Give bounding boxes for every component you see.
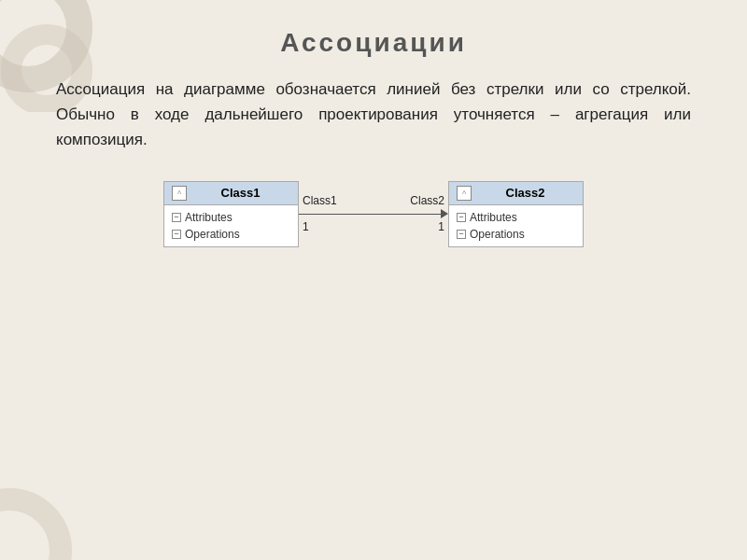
- class1-attributes-label: Attributes: [185, 211, 233, 224]
- class2-icon: ^: [457, 186, 472, 201]
- class2-attributes-row: − Attributes: [457, 209, 575, 226]
- class2-box: ^ Class2 − Attributes − Operations: [448, 181, 584, 247]
- class2-operations-row: − Operations: [457, 226, 575, 243]
- assoc-multiplicities: 1 1: [299, 220, 448, 233]
- class1-name: Class1: [190, 186, 290, 200]
- class2-operations-label: Operations: [470, 228, 525, 241]
- class2-name: Class2: [475, 186, 575, 200]
- class1-attributes-row: − Attributes: [172, 209, 290, 226]
- class1-operations-label: Operations: [185, 228, 240, 241]
- class2-header: ^ Class2: [449, 182, 583, 205]
- assoc-labels: Class1 Class2: [299, 194, 448, 207]
- assoc-line-container: [299, 209, 448, 218]
- class1-icon: ^: [172, 186, 187, 201]
- assoc-mult-right: 1: [438, 220, 444, 233]
- uml-diagram: ^ Class1 − Attributes − Operations Class…: [56, 181, 691, 247]
- class1-header: ^ Class1: [164, 182, 298, 205]
- minus-icon-2: −: [172, 230, 181, 239]
- minus-icon-4: −: [457, 230, 466, 239]
- slide-title: Ассоциации: [56, 28, 691, 58]
- class1-body: − Attributes − Operations: [164, 205, 298, 246]
- class2-body: − Attributes − Operations: [449, 205, 583, 246]
- assoc-mult-left: 1: [303, 220, 309, 233]
- minus-icon: −: [172, 213, 181, 222]
- assoc-label-left: Class1: [303, 194, 337, 207]
- slide-body: Ассоциация на диаграмме обозначается лин…: [56, 77, 691, 153]
- class1-box: ^ Class1 − Attributes − Operations: [163, 181, 299, 247]
- assoc-arrow: [441, 209, 448, 218]
- class2-attributes-label: Attributes: [470, 211, 517, 224]
- class1-operations-row: − Operations: [172, 226, 290, 243]
- association-connector: Class1 Class2 1 1: [299, 194, 448, 233]
- minus-icon-3: −: [457, 213, 466, 222]
- assoc-label-right: Class2: [410, 194, 444, 207]
- assoc-line: [299, 214, 441, 215]
